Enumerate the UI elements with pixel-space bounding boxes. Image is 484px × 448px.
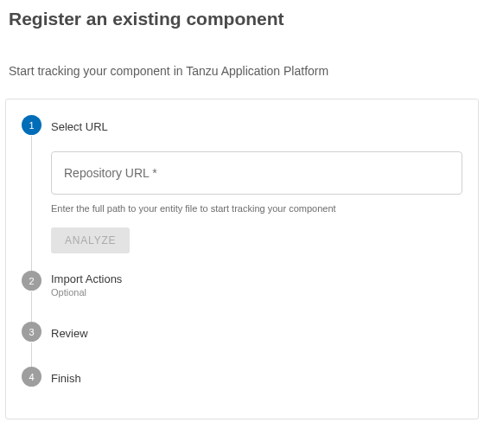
helper-text: Enter the full path to your entity file … [51,203,462,214]
stepper: 1 Select URL Enter the full path to your… [22,115,462,403]
step-label: Finish [51,372,462,385]
step-connector [31,291,32,323]
step-finish: 4 Finish [22,367,462,403]
step-number-4: 4 [22,367,41,387]
step-label: Import Actions [51,272,462,285]
step-select-url: 1 Select URL Enter the full path to your… [22,115,462,271]
step-import-actions: 2 Import Actions Optional [22,271,462,322]
step-header: Finish [51,367,462,387]
stepper-panel: 1 Select URL Enter the full path to your… [5,99,479,419]
step-label: Select URL [51,120,462,133]
step-label: Review [51,327,462,340]
step-connector [31,342,32,368]
step-header: Select URL [51,115,462,136]
step-number-1: 1 [22,115,41,135]
step-connector [31,136,32,272]
repository-url-input[interactable] [51,151,462,195]
step-header: Import Actions Optional [51,271,462,298]
step-sublabel: Optional [51,287,462,298]
step-header: Review [51,322,462,342]
page-title: Register an existing component [9,9,479,29]
step-number-2: 2 [22,271,41,291]
step-body: Enter the full path to your entity file … [51,136,462,271]
analyze-button[interactable]: ANALYZE [51,227,130,253]
step-review: 3 Review [22,322,462,367]
page-subtitle: Start tracking your component in Tanzu A… [9,64,479,78]
step-number-3: 3 [22,322,41,342]
